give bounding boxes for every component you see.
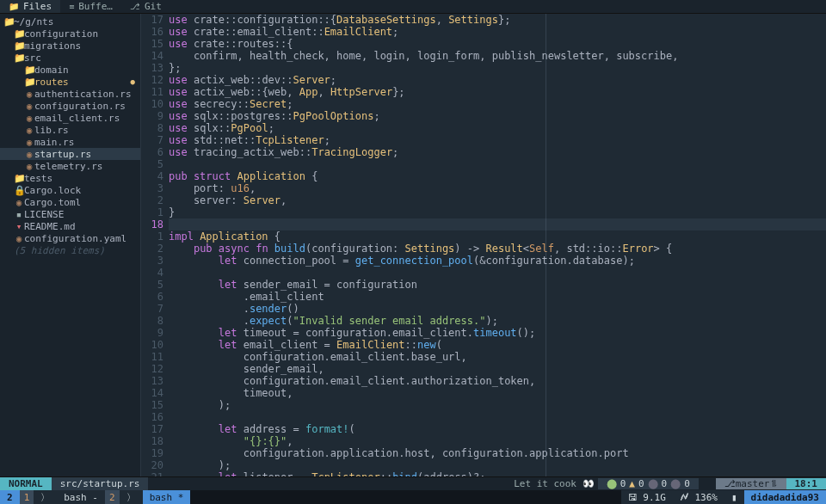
code-line[interactable]: impl Application { bbox=[169, 230, 826, 243]
code-line[interactable]: pub struct Application { bbox=[169, 170, 826, 182]
battery-icon: 🗲 bbox=[680, 492, 689, 503]
tmux-window[interactable]: bash * bbox=[143, 490, 191, 504]
code-line[interactable]: use std::net::TcpListener; bbox=[169, 134, 826, 146]
tab-icon: 📁 bbox=[9, 2, 19, 11]
status-mode: NORMAL bbox=[0, 477, 52, 490]
code-line[interactable]: server: Server, bbox=[169, 194, 826, 206]
tmux-user: didadadida93 bbox=[744, 490, 826, 504]
tree-item-tests[interactable]: 📁tests bbox=[0, 172, 140, 184]
code-line[interactable]: .expect("Invalid sender email address.")… bbox=[169, 315, 826, 327]
code-line[interactable]: ); bbox=[169, 399, 826, 411]
code-line[interactable]: configuration.email_client.authorization… bbox=[169, 375, 826, 387]
code-line[interactable]: timeout, bbox=[169, 387, 826, 399]
code-line[interactable]: use crate::routes::{ bbox=[169, 38, 826, 50]
code-line[interactable]: use actix_web::dev::Server; bbox=[169, 74, 826, 86]
code-line[interactable]: use crate::configuration::{DatabaseSetti… bbox=[169, 14, 826, 26]
code-line[interactable]: sender_email, bbox=[169, 363, 826, 375]
status-diagnostics: ⬤0 ▲0 ⬤0 ⬤0 bbox=[598, 478, 699, 489]
tree-item-domain[interactable]: 📁domain bbox=[0, 64, 140, 76]
file-icon: ◉ bbox=[24, 101, 34, 112]
chevron-right-icon: 〉 bbox=[120, 490, 143, 504]
tab-git[interactable]: ⎇Git bbox=[121, 0, 170, 13]
code-line[interactable]: port: u16, bbox=[169, 182, 826, 194]
code-line[interactable]: use actix_web::{web, App, HttpServer}; bbox=[169, 86, 826, 98]
file-icon: ▪ bbox=[14, 209, 24, 220]
code-line[interactable] bbox=[169, 218, 826, 230]
tmux-window[interactable]: bash - bbox=[57, 490, 105, 504]
code-line[interactable]: let timeout = configuration.email_client… bbox=[169, 327, 826, 339]
tree-item-README-md[interactable]: ▾README.md bbox=[0, 220, 140, 232]
branch-icon: ⎇ bbox=[724, 478, 736, 489]
modified-icon: ● bbox=[131, 77, 135, 86]
disk-icon: 🖫 bbox=[628, 492, 638, 503]
folder-icon: 📁 bbox=[14, 52, 24, 64]
code-line[interactable]: use sqlx::PgPool; bbox=[169, 122, 826, 134]
code-line[interactable] bbox=[169, 158, 826, 170]
status-message: Let it cook 👀 bbox=[514, 478, 594, 489]
folder-icon: 📁 bbox=[24, 77, 34, 88]
code-line[interactable]: "{}:{}", bbox=[169, 435, 826, 447]
code-line[interactable]: .sender() bbox=[169, 303, 826, 315]
tree-item-Cargo-toml[interactable]: ◉Cargo.toml bbox=[0, 196, 140, 208]
code-line[interactable]: use sqlx::postgres::PgPoolOptions; bbox=[169, 110, 826, 122]
code-line[interactable] bbox=[169, 267, 826, 279]
code-line[interactable]: confirm, health_check, home, login, logi… bbox=[169, 50, 826, 62]
editor[interactable]: 1716151413121110987654321181234567891011… bbox=[141, 14, 826, 476]
tree-item-Cargo-lock[interactable]: 🔒Cargo.lock bbox=[0, 184, 140, 196]
tree-item-main-rs[interactable]: ◉main.rs bbox=[0, 136, 140, 148]
code-line[interactable]: ); bbox=[169, 459, 826, 471]
tab-buffe[interactable]: ≡Buffe… bbox=[60, 0, 121, 13]
tree-item-routes[interactable]: 📁routes● bbox=[0, 76, 140, 88]
code-line[interactable]: configuration.application.host, configur… bbox=[169, 447, 826, 459]
code-line[interactable]: let email_client = EmailClient::new( bbox=[169, 339, 826, 351]
file-icon: ◉ bbox=[24, 137, 34, 148]
file-icon: ▾ bbox=[14, 221, 24, 232]
code-line[interactable]: let sender_email = configuration bbox=[169, 279, 826, 291]
code-line[interactable]: let connection_pool = get_connection_poo… bbox=[169, 255, 826, 267]
code-line[interactable]: }; bbox=[169, 62, 826, 74]
tree-item-migrations[interactable]: 📁migrations bbox=[0, 40, 140, 52]
tree-item-configuration-yaml[interactable]: ◉configuration.yaml bbox=[0, 232, 140, 244]
folder-icon: 📁 bbox=[14, 28, 24, 40]
status-git-branch: ⎇ master ⥮ bbox=[716, 478, 786, 489]
line-number-gutter: 1716151413121110987654321181234567891011… bbox=[141, 14, 169, 476]
tree-item-startup-rs[interactable]: ◉startup.rs bbox=[0, 148, 140, 160]
tab-icon: ⎇ bbox=[130, 2, 140, 11]
folder-icon: 📁 bbox=[14, 40, 24, 52]
tree-item-lib-rs[interactable]: ◉lib.rs bbox=[0, 124, 140, 136]
code-line[interactable] bbox=[169, 411, 826, 423]
code-line[interactable]: let address = format!( bbox=[169, 423, 826, 435]
code-line[interactable]: use secrecy::Secret; bbox=[169, 98, 826, 110]
file-icon: ◉ bbox=[24, 89, 34, 100]
code-line[interactable]: pub async fn build(configuration: Settin… bbox=[169, 243, 826, 255]
code-area[interactable]: use crate::configuration::{DatabaseSetti… bbox=[169, 14, 826, 476]
tree-item-configuration-rs[interactable]: ◉configuration.rs bbox=[0, 100, 140, 112]
tree-item-LICENSE[interactable]: ▪LICENSE bbox=[0, 208, 140, 220]
code-line[interactable]: configuration.email_client.base_url, bbox=[169, 351, 826, 363]
code-line[interactable]: } bbox=[169, 206, 826, 218]
tmux-window-number[interactable]: 1 bbox=[20, 490, 34, 504]
tmux-disk: 🖫 9.1G bbox=[621, 490, 673, 504]
tree-item-telemetry-rs[interactable]: ◉telemetry.rs bbox=[0, 160, 140, 172]
tmux-battery-bar: ▮ bbox=[724, 490, 744, 504]
code-line[interactable]: let listener = TcpListener::bind(address… bbox=[169, 471, 826, 476]
tree-item-email_client-rs[interactable]: ◉email_client.rs bbox=[0, 112, 140, 124]
tree-root[interactable]: 📁 ~/g/nts bbox=[0, 15, 140, 28]
file-icon: ◉ bbox=[24, 113, 34, 124]
file-tree[interactable]: 📁 ~/g/nts 📁configuration📁migrations📁src📁… bbox=[0, 14, 141, 476]
file-icon: ◉ bbox=[14, 233, 24, 244]
tree-item-authentication-rs[interactable]: ◉authentication.rs bbox=[0, 88, 140, 100]
cursor-column-guide bbox=[546, 14, 546, 476]
code-line[interactable]: use tracing_actix_web::TracingLogger; bbox=[169, 146, 826, 158]
status-cursor-pos: 18:1 bbox=[786, 478, 827, 489]
tree-item-configuration[interactable]: 📁configuration bbox=[0, 28, 140, 40]
tmux-window-number[interactable]: 2 bbox=[105, 490, 120, 504]
tmux-session[interactable]: 2 bbox=[0, 490, 20, 504]
file-icon: ◉ bbox=[24, 161, 34, 172]
code-line[interactable]: .email_client bbox=[169, 291, 826, 303]
tab-files[interactable]: 📁Files bbox=[0, 0, 60, 13]
code-line[interactable]: use crate::email_client::EmailClient; bbox=[169, 26, 826, 38]
tree-item-src[interactable]: 📁src bbox=[0, 52, 140, 64]
chevron-right-icon: 〉 bbox=[34, 490, 57, 504]
vim-statusline: NORMAL src/startup.rs Let it cook 👀 ⬤0 ▲… bbox=[0, 476, 826, 490]
